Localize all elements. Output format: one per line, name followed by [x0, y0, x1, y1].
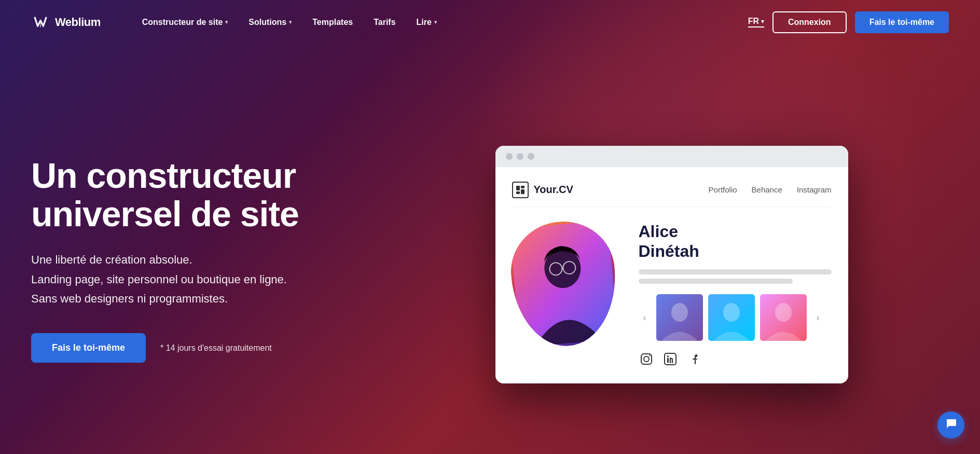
- svg-rect-19: [667, 358, 669, 363]
- svg-point-14: [775, 303, 792, 322]
- site-photo-wrapper: [512, 222, 626, 367]
- site-photo: [506, 217, 620, 350]
- gallery-thumb-2: [708, 294, 755, 341]
- site-social: [639, 351, 832, 367]
- person-illustration: [509, 220, 618, 348]
- chat-bubble-button[interactable]: [937, 411, 964, 438]
- browser-dot-red: [506, 153, 513, 160]
- hero-title: Un constructeur universel de site: [31, 156, 394, 234]
- gallery-prev-arrow[interactable]: ‹: [639, 311, 651, 324]
- browser-body: Your.CV Portfolio Behance Instagram: [495, 167, 848, 384]
- nav-lire[interactable]: Lire ▾: [417, 18, 437, 27]
- logo-text: Weblium: [55, 16, 101, 29]
- gallery-thumb-1: [656, 294, 703, 341]
- site-gallery: ‹: [639, 294, 832, 341]
- nav-constructeur[interactable]: Constructeur de site ▾: [142, 18, 228, 27]
- site-header: Your.CV Portfolio Behance Instagram: [512, 182, 832, 207]
- svg-point-20: [667, 356, 669, 358]
- svg-point-10: [671, 303, 688, 322]
- navbar: Weblium Constructeur de site ▾ Solutions…: [0, 0, 980, 44]
- header-cta-button[interactable]: Fais le toi-même: [855, 11, 949, 33]
- site-photo-inner: [506, 217, 620, 350]
- hero-content: Un constructeur universel de site Une li…: [0, 44, 980, 454]
- facebook-icon[interactable]: [686, 351, 702, 367]
- browser-mockup: Your.CV Portfolio Behance Instagram: [495, 146, 848, 384]
- gallery-thumb-3: [760, 294, 807, 341]
- site-info: Alice Dinétah ‹: [639, 222, 832, 367]
- desc-line-1: [639, 269, 832, 274]
- browser-dot-green: [528, 153, 534, 160]
- connexion-button[interactable]: Connexion: [772, 11, 847, 33]
- chevron-down-icon: ▾: [289, 19, 292, 25]
- linkedin-icon[interactable]: [662, 351, 678, 367]
- site-nav-portfolio[interactable]: Portfolio: [709, 185, 737, 194]
- nav-templates[interactable]: Templates: [312, 18, 353, 27]
- browser-dot-yellow: [517, 153, 523, 160]
- chevron-down-icon: ▾: [434, 19, 437, 25]
- trial-text: * 14 jours d'essai gratuitement: [160, 343, 272, 353]
- hero-section: Weblium Constructeur de site ▾ Solutions…: [0, 0, 980, 454]
- logo-icon: [31, 13, 50, 32]
- svg-rect-1: [521, 186, 524, 188]
- nav-solutions[interactable]: Solutions ▾: [249, 18, 292, 27]
- nav-tarifs[interactable]: Tarifs: [374, 18, 395, 27]
- svg-point-17: [649, 355, 650, 356]
- svg-rect-2: [521, 189, 524, 194]
- chevron-down-icon: ▾: [225, 19, 228, 25]
- site-logo: Your.CV: [512, 182, 573, 198]
- desc-line-2: [639, 279, 793, 284]
- svg-rect-0: [516, 186, 520, 190]
- site-nav: Portfolio Behance Instagram: [709, 185, 832, 194]
- hero-cta-button[interactable]: Fais le toi-même: [31, 333, 146, 363]
- nav-links: Constructeur de site ▾ Solutions ▾ Templ…: [142, 18, 748, 27]
- svg-point-16: [644, 356, 649, 362]
- site-person-name: Alice Dinétah: [639, 222, 832, 262]
- svg-rect-3: [516, 191, 520, 194]
- site-name-text: Your.CV: [534, 184, 573, 196]
- chevron-down-icon: ▾: [761, 18, 764, 25]
- hero-right: Your.CV Portfolio Behance Instagram: [394, 135, 949, 384]
- instagram-icon[interactable]: [639, 351, 654, 367]
- svg-point-12: [723, 303, 740, 322]
- site-nav-instagram[interactable]: Instagram: [797, 185, 832, 194]
- logo-link[interactable]: Weblium: [31, 13, 101, 32]
- hero-subtitle: Une liberté de création absolue. Landing…: [31, 250, 394, 308]
- browser-titlebar: [495, 146, 848, 167]
- hero-actions: Fais le toi-même * 14 jours d'essai grat…: [31, 333, 394, 363]
- site-logo-icon: [512, 182, 529, 198]
- chat-icon: [945, 417, 957, 433]
- site-content: Alice Dinétah ‹: [512, 222, 832, 367]
- gallery-next-arrow[interactable]: ›: [812, 311, 824, 324]
- nav-right: FR ▾ Connexion Fais le toi-même: [748, 11, 949, 33]
- site-nav-behance[interactable]: Behance: [752, 185, 782, 194]
- language-selector[interactable]: FR ▾: [748, 17, 764, 27]
- hero-left: Un constructeur universel de site Une li…: [31, 156, 394, 363]
